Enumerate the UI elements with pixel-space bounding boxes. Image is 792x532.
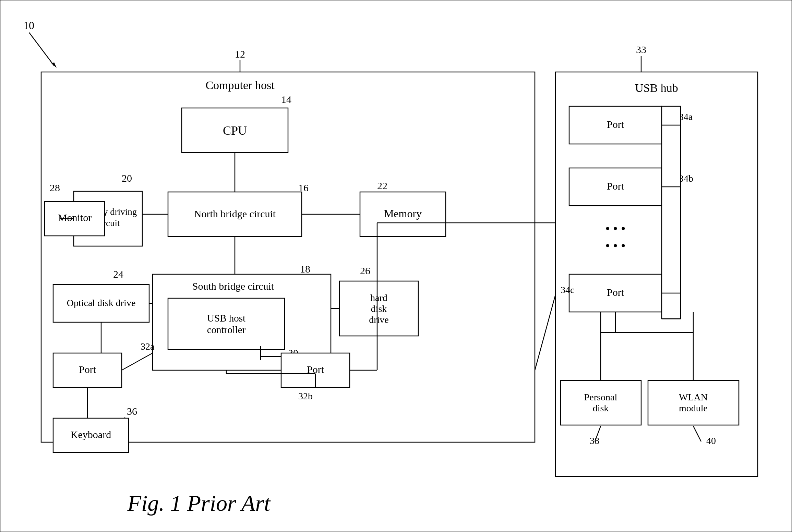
south-bridge-label: South bridge circuit (192, 280, 274, 292)
ref34c-text: 34c (561, 285, 574, 295)
personal-disk-label2: disk (593, 403, 609, 413)
port34c-label: Port (607, 287, 624, 298)
ref28-text: 28 (50, 182, 60, 193)
hard-disk-label2: disk (371, 303, 387, 314)
port32a-label: Port (79, 364, 96, 375)
dots2: • • • (605, 239, 626, 253)
ref22-text: 22 (377, 180, 387, 191)
wlan-label2: module (679, 403, 708, 413)
dots1: • • • (605, 221, 626, 236)
ref14-text: 14 (281, 94, 291, 105)
ref12-text: 12 (235, 48, 245, 60)
ref24-text: 24 (113, 268, 123, 280)
monitor-label: Monitor (58, 212, 92, 223)
port34a-label: Port (607, 119, 624, 130)
usb-host-label2: controller (207, 324, 246, 335)
ref40-text: 40 (706, 435, 716, 446)
ref36-text: 36 (127, 406, 137, 417)
personal-disk-label: Personal (584, 392, 617, 402)
hub-bus-bar (662, 106, 681, 319)
computer-host-label: Computer host (205, 79, 275, 92)
ref26-text: 26 (360, 265, 370, 276)
ref20-text: 20 (122, 172, 132, 184)
ref18-text: 18 (300, 263, 310, 275)
hard-disk-label3: drive (369, 314, 389, 325)
keyboard-label: Keyboard (71, 429, 111, 440)
memory-label: Memory (384, 207, 422, 220)
ref32a-text: 32a (141, 341, 155, 352)
ref10-text: 10 (23, 19, 34, 32)
optical-disk-label: Optical disk drive (67, 298, 136, 308)
ref34b-text: 34b (679, 173, 693, 184)
usb-hub-label: USB hub (635, 82, 678, 94)
port34b-label: Port (607, 180, 624, 192)
north-bridge-label: North bridge circuit (194, 208, 276, 219)
usb-host-label: USB host (207, 313, 245, 324)
ref33-text: 33 (636, 44, 646, 55)
hard-disk-label: hard (370, 292, 387, 303)
usb-host-box (168, 298, 285, 350)
wlan-label: WLAN (679, 392, 708, 402)
ref38-text: 38 (590, 435, 599, 446)
ref32b-text: 32b (298, 391, 313, 401)
fig-caption: Fig. 1 Prior Art (127, 491, 271, 516)
cpu-label: CPU (223, 124, 247, 137)
